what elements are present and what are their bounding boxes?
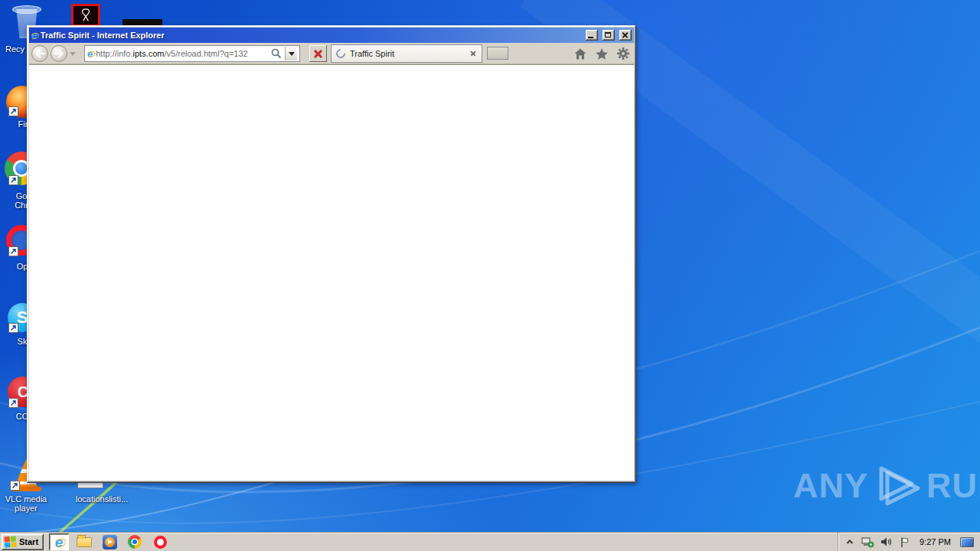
close-button[interactable] bbox=[619, 30, 632, 41]
tab-title: Traffic Spirit bbox=[350, 49, 465, 58]
shortcut-arrow-icon bbox=[8, 106, 18, 116]
network-icon[interactable] bbox=[861, 536, 874, 548]
loading-spinner-icon bbox=[335, 47, 348, 60]
chrome-icon bbox=[128, 535, 142, 549]
action-center-flag-icon[interactable] bbox=[900, 536, 910, 548]
taskbar-item-explorer[interactable] bbox=[74, 533, 94, 550]
page-content-blank[interactable] bbox=[29, 64, 634, 481]
search-icon[interactable] bbox=[271, 48, 282, 59]
watermark-run-text: RUN bbox=[926, 466, 980, 506]
shortcut-arrow-icon bbox=[8, 398, 18, 408]
start-button[interactable]: Start bbox=[2, 534, 44, 550]
taskbar-item-opera[interactable] bbox=[150, 533, 170, 550]
taskbar-item-chrome[interactable] bbox=[125, 533, 145, 550]
ie-icon bbox=[55, 535, 64, 549]
back-button[interactable] bbox=[31, 45, 48, 62]
media-player-icon bbox=[103, 535, 117, 549]
url-text: http://info.ipts.com/v5/reload.html?q=13… bbox=[96, 49, 268, 58]
browser-toolbar: http://info.ipts.com/v5/reload.html?q=13… bbox=[29, 43, 634, 64]
show-hidden-icons-chevron-icon[interactable] bbox=[845, 538, 854, 546]
recent-pages-chevron-icon[interactable] bbox=[70, 52, 76, 56]
ie-logo-icon bbox=[31, 30, 38, 41]
volume-icon[interactable] bbox=[880, 536, 893, 547]
start-label: Start bbox=[19, 537, 38, 546]
background-app-window[interactable] bbox=[71, 4, 100, 27]
favorites-star-icon[interactable] bbox=[595, 47, 609, 60]
ie-window: Traffic Spirit - Internet Explorer http:… bbox=[27, 25, 636, 483]
home-icon[interactable] bbox=[573, 47, 587, 60]
anyrun-watermark: ANY RUN bbox=[793, 464, 980, 508]
taskbar: Start bbox=[0, 532, 980, 551]
windows-logo-icon bbox=[5, 536, 17, 547]
taskbar-item-internet-explorer[interactable] bbox=[49, 533, 69, 550]
folder-icon bbox=[77, 537, 92, 547]
shortcut-arrow-icon bbox=[8, 175, 18, 185]
stop-button[interactable] bbox=[309, 45, 327, 62]
page-favicon-icon bbox=[87, 49, 93, 59]
watermark-any-text: ANY bbox=[793, 466, 868, 506]
system-tray: 9:27 PM bbox=[838, 533, 978, 551]
desktop: ANY RUN Recy Fir GoChr Op bbox=[0, 0, 980, 551]
address-dropdown-button[interactable] bbox=[285, 47, 297, 60]
window-title: Traffic Spirit - Internet Explorer bbox=[41, 31, 581, 40]
taskbar-item-media-player[interactable] bbox=[100, 533, 119, 550]
clock[interactable]: 9:27 PM bbox=[916, 537, 954, 546]
maximize-button[interactable] bbox=[603, 30, 615, 41]
forward-button[interactable] bbox=[51, 45, 67, 62]
minimize-button[interactable] bbox=[586, 30, 598, 41]
new-tab-button[interactable] bbox=[487, 47, 508, 60]
tab-close-icon[interactable] bbox=[469, 50, 477, 57]
address-bar[interactable]: http://info.ipts.com/v5/reload.html?q=13… bbox=[84, 45, 300, 62]
browser-tab[interactable]: Traffic Spirit bbox=[331, 44, 482, 63]
display-monitor-icon[interactable] bbox=[960, 537, 974, 547]
desktop-icon-label: locationslisti... bbox=[60, 494, 144, 504]
desktop-icon-label: VLC mediaplayer bbox=[0, 494, 54, 513]
settings-gear-icon[interactable] bbox=[616, 47, 630, 60]
toolbar-icons bbox=[573, 47, 630, 60]
anyrun-play-logo-icon bbox=[872, 464, 923, 508]
ribbon-icon bbox=[76, 6, 96, 24]
shortcut-arrow-icon bbox=[8, 323, 18, 333]
shortcut-arrow-icon bbox=[10, 481, 20, 491]
opera-icon bbox=[154, 536, 167, 549]
titlebar[interactable]: Traffic Spirit - Internet Explorer bbox=[29, 28, 634, 43]
shortcut-arrow-icon bbox=[8, 246, 18, 256]
